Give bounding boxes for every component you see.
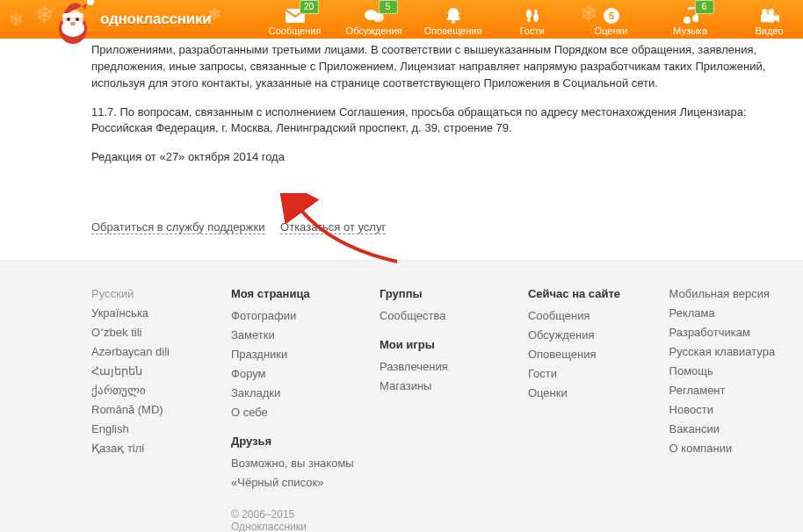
rating-5-icon: 5	[602, 7, 621, 25]
footer-col-site: Мобильная версия Реклама Разработчикам Р…	[669, 287, 803, 532]
footer-link[interactable]: Помощь	[669, 364, 785, 377]
language-link[interactable]: ქართული	[91, 384, 213, 397]
svg-point-20	[762, 9, 767, 14]
footer-col-languages: Русский Українська Oʻzbek tili Azərbayca…	[91, 287, 231, 532]
footer-link[interactable]: Магазины	[380, 379, 510, 392]
language-link[interactable]: Azərbaycan dili	[91, 345, 213, 358]
footer-link[interactable]: Закладки	[231, 386, 362, 399]
svg-point-12	[526, 10, 532, 18]
nav-label: Оценки	[595, 25, 628, 36]
footer-link[interactable]: Оценки	[528, 386, 652, 399]
opt-out-link[interactable]: Отказаться от услуг	[280, 220, 386, 234]
agreement-paragraph: 11.7. По вопросам, связанным с исполнени…	[91, 104, 803, 138]
current-language: Русский	[91, 287, 213, 300]
footer-link[interactable]: Разработчикам	[669, 326, 785, 339]
svg-point-6	[76, 18, 79, 21]
footer-link[interactable]: О себе	[231, 406, 362, 419]
footer-link[interactable]: Заметки	[231, 328, 362, 341]
svg-point-13	[533, 13, 539, 22]
svg-rect-22	[760, 14, 774, 22]
nav-messages-badge: 20	[300, 0, 319, 14]
nav-label: Оповещения	[424, 25, 482, 36]
svg-point-18	[684, 17, 691, 24]
footer-col-groups: Группы Сообщества Мои игры Развлечения М…	[380, 287, 528, 532]
agreement-revision-date: Редакция от «27» октября 2014 года	[91, 149, 803, 166]
footer-link[interactable]: Вакансии	[669, 422, 785, 435]
svg-point-11	[452, 20, 455, 24]
language-link[interactable]: Қазақ тілі	[91, 442, 213, 455]
footer-link[interactable]: Новости	[669, 403, 785, 416]
footer-heading: Мои игры	[380, 338, 510, 351]
nav-notifications[interactable]: Оповещения	[414, 0, 493, 39]
top-nav: 20 Сообщения 5 Обсуждения Оповещения	[256, 0, 803, 39]
footer-link[interactable]: Фотографии	[231, 309, 362, 322]
footer-link[interactable]: Форум	[231, 367, 362, 380]
footer-link[interactable]: Развлечения	[380, 360, 510, 373]
nav-discussions[interactable]: 5 Обсуждения	[335, 0, 414, 39]
svg-point-15	[534, 10, 538, 13]
nav-label: Сообщения	[269, 25, 322, 36]
nav-video[interactable]: Видео	[730, 0, 803, 39]
svg-text:5: 5	[609, 11, 614, 21]
footer-heading: Друзья	[231, 435, 362, 448]
svg-point-19	[692, 15, 698, 22]
footprints-icon	[523, 7, 542, 25]
video-camera-icon	[760, 7, 779, 25]
footer-link[interactable]: Сообщества	[380, 309, 510, 322]
svg-point-10	[373, 13, 384, 22]
bell-icon	[444, 7, 463, 25]
footer-col-online: Сейчас на сайте Сообщения Обсуждения Опо…	[528, 287, 669, 532]
agreement-paragraph: Приложениями, разработанными третьими ли…	[91, 42, 803, 92]
svg-point-21	[768, 9, 773, 14]
footer-link[interactable]: Реклама	[669, 306, 785, 320]
language-link[interactable]: English	[91, 422, 213, 435]
footer-link[interactable]: «Чёрный список»	[231, 476, 362, 489]
agreement-text: Приложениями, разработанными третьими ли…	[51, 39, 803, 205]
svg-point-3	[87, 0, 94, 5]
footer-link[interactable]: Мобильная версия	[669, 287, 785, 300]
footer-link[interactable]: Возможно, вы знакомы	[231, 457, 362, 470]
language-link[interactable]: Oʻzbek tili	[91, 326, 213, 339]
nav-discussions-badge: 5	[379, 0, 398, 14]
left-gutter	[0, 39, 51, 260]
nav-music[interactable]: 6 Музыка	[651, 0, 730, 39]
nav-label: Видео	[755, 25, 783, 36]
footer-col-mypage: Моя страница Фотографии Заметки Праздник…	[231, 287, 380, 532]
svg-point-7	[70, 22, 76, 25]
footer-heading: Моя страница	[231, 287, 362, 300]
site-logo-text[interactable]: одноклассники	[100, 11, 212, 28]
nav-label: Музыка	[673, 25, 707, 36]
footer-heading: Сейчас на сайте	[528, 287, 652, 300]
action-links-row: Обратиться в службу поддержки Отказаться…	[51, 205, 803, 260]
nav-ratings[interactable]: 5 Оценки	[572, 0, 651, 39]
nav-label: Обсуждения	[346, 25, 402, 36]
copyright-text: © 2006–2015 Одноклассники	[231, 508, 362, 532]
site-footer: Русский Українська Oʻzbek tili Azərbayca…	[0, 260, 803, 532]
nav-label: Гости	[520, 25, 545, 36]
footer-link[interactable]: Русская клавиатура	[669, 345, 785, 358]
footer-link[interactable]: Обсуждения	[528, 328, 652, 341]
language-link[interactable]: Հայերեն	[91, 364, 213, 377]
footer-link[interactable]: Регламент	[669, 384, 785, 397]
nav-music-badge: 6	[695, 0, 714, 14]
santa-mascot-icon	[51, 0, 95, 47]
svg-rect-4	[62, 13, 83, 18]
page-body: Приложениями, разработанными третьими ли…	[0, 39, 803, 260]
nav-messages[interactable]: 20 Сообщения	[256, 0, 335, 39]
language-link[interactable]: Українська	[91, 306, 213, 320]
footer-link[interactable]: О компании	[669, 442, 785, 455]
top-nav-bar: ❄ ❄ ❄ ❄ ❄ ❄ одноклассники 20 Сообщения 5	[0, 0, 803, 39]
footer-link[interactable]: Праздники	[231, 348, 362, 361]
contact-support-link[interactable]: Обратиться в службу поддержки	[91, 220, 264, 234]
footer-link[interactable]: Гости	[528, 367, 652, 380]
svg-point-5	[67, 18, 70, 21]
language-link[interactable]: Română (MD)	[91, 403, 213, 416]
nav-guests[interactable]: Гости	[493, 0, 572, 39]
footer-link[interactable]: Оповещения	[528, 348, 652, 361]
footer-heading: Группы	[380, 287, 510, 300]
footer-link[interactable]: Сообщения	[528, 309, 652, 322]
svg-point-14	[527, 18, 531, 22]
